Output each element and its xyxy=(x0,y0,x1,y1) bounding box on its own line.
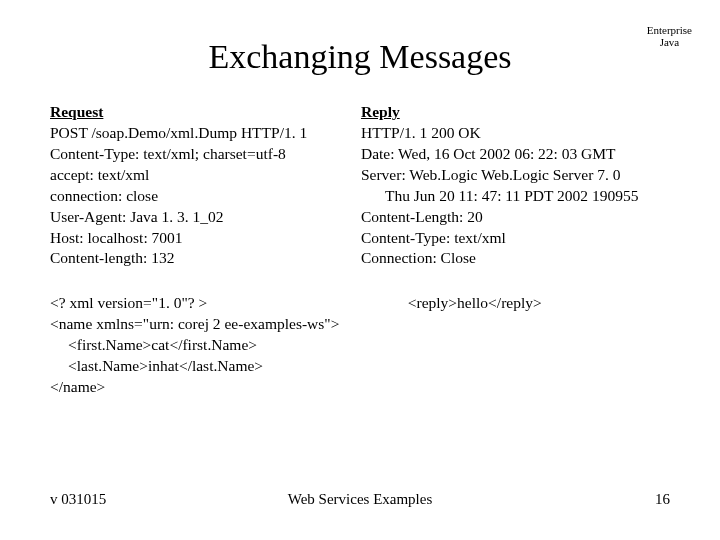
xml-line: <first.Name>cat</first.Name> xyxy=(50,335,378,356)
request-heading: Request xyxy=(50,102,331,123)
footer-center: Web Services Examples xyxy=(288,491,433,508)
xml-reply-line: <reply>hello</reply> xyxy=(408,293,670,314)
footer-left: v 031015 xyxy=(50,491,106,508)
reply-line: Server: Web.Logic Web.Logic Server 7. 0 xyxy=(361,165,670,186)
reply-line: Connection: Close xyxy=(361,248,670,269)
request-line: Content-length: 132 xyxy=(50,248,331,269)
footer-right: 16 xyxy=(655,491,670,508)
reply-heading: Reply xyxy=(361,102,670,123)
slide: Enterprise Java Exchanging Messages Requ… xyxy=(0,0,720,540)
request-line: accept: text/xml xyxy=(50,165,331,186)
reply-line-cont: Thu Jun 20 11: 47: 11 PDT 2002 190955 xyxy=(361,186,670,207)
xml-line: </name> xyxy=(50,377,378,398)
request-column: Request POST /soap.Demo/xml.Dump HTTP/1.… xyxy=(50,102,331,269)
request-line: User-Agent: Java 1. 3. 1_02 xyxy=(50,207,331,228)
reply-line: Date: Wed, 16 Oct 2002 06: 22: 03 GMT xyxy=(361,144,670,165)
footer: v 031015 Web Services Examples 16 xyxy=(50,491,670,508)
request-line: connection: close xyxy=(50,186,331,207)
corner-line2: Java xyxy=(647,36,692,48)
corner-tag: Enterprise Java xyxy=(647,24,692,48)
xml-line: <name xmlns="urn: corej 2 ee-examples-ws… xyxy=(50,314,378,335)
xml-columns: <? xml version="1. 0"? > <name xmlns="ur… xyxy=(50,293,670,398)
reply-column: Reply HTTP/1. 1 200 OK Date: Wed, 16 Oct… xyxy=(361,102,670,269)
columns: Request POST /soap.Demo/xml.Dump HTTP/1.… xyxy=(50,102,670,269)
request-line: Content-Type: text/xml; charset=utf-8 xyxy=(50,144,331,165)
reply-line: HTTP/1. 1 200 OK xyxy=(361,123,670,144)
xml-request-column: <? xml version="1. 0"? > <name xmlns="ur… xyxy=(50,293,378,398)
xml-line: <? xml version="1. 0"? > xyxy=(50,293,378,314)
request-line: POST /soap.Demo/xml.Dump HTTP/1. 1 xyxy=(50,123,331,144)
corner-line1: Enterprise xyxy=(647,24,692,36)
xml-line: <last.Name>inhat</last.Name> xyxy=(50,356,378,377)
reply-line: Content-Type: text/xml xyxy=(361,228,670,249)
slide-title: Exchanging Messages xyxy=(50,38,670,76)
reply-line: Content-Length: 20 xyxy=(361,207,670,228)
request-line: Host: localhost: 7001 xyxy=(50,228,331,249)
xml-reply-column: <reply>hello</reply> xyxy=(408,293,670,398)
